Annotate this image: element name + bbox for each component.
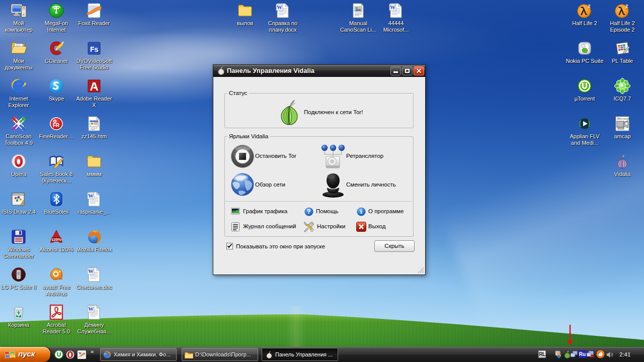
- svg-text:W: W: [390, 4, 395, 10]
- svg-text:?: ?: [307, 208, 310, 215]
- svg-text:W: W: [277, 4, 282, 10]
- svg-text:2: 2: [626, 4, 628, 9]
- svg-text:W: W: [88, 193, 94, 199]
- svg-text:W: W: [88, 268, 94, 274]
- svg-text:2: 2: [588, 4, 591, 9]
- svg-text:120%: 120%: [51, 237, 61, 242]
- svg-text:W: W: [88, 306, 94, 312]
- svg-text:Fs: Fs: [90, 45, 99, 53]
- svg-text:FR: FR: [53, 123, 60, 128]
- svg-text:Microsoft: Microsoft: [616, 117, 629, 120]
